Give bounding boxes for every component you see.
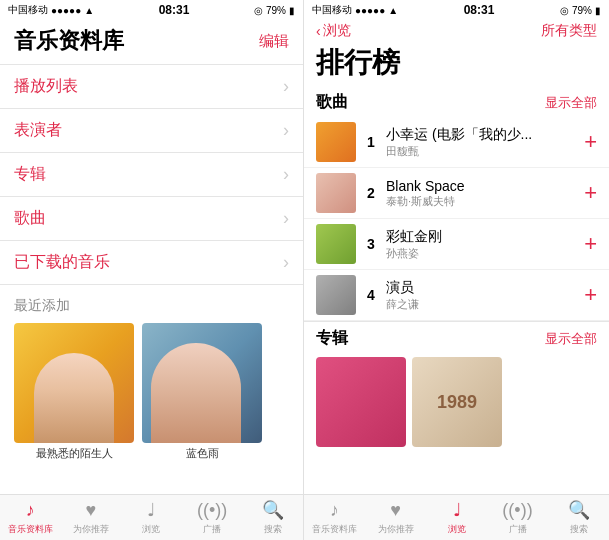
right-location-icon: ◎ — [560, 5, 569, 16]
right-tab-browse-label: 浏览 — [448, 523, 466, 536]
right-tab-browse[interactable]: ♩ 浏览 — [426, 495, 487, 540]
album-item-1[interactable]: 最熟悉的陌生人 — [14, 323, 134, 461]
left-tab-recommended-label: 为你推荐 — [73, 523, 109, 536]
left-header: 音乐资料库 编辑 — [0, 20, 303, 64]
song-list: 1 小幸运 (电影「我的少... 田馥甄 + 2 Blank Space 泰勒·… — [304, 117, 609, 321]
song-item-2[interactable]: 2 Blank Space 泰勒·斯威夫特 + — [304, 168, 609, 219]
menu-item-artist[interactable]: 表演者 — [0, 109, 303, 153]
song-art-1 — [316, 122, 356, 162]
left-tab-bar: ♪ 音乐资料库 ♥ 为你推荐 ♩ 浏览 ((•)) 广播 🔍 搜索 — [0, 494, 303, 540]
right-status-right: ◎ 79% ▮ — [560, 5, 601, 16]
songs-section-header: 歌曲 显示全部 — [304, 88, 609, 117]
left-status-bar: 中国移动 ●●●●● ▲ 08:31 ◎ 79% ▮ — [0, 0, 303, 20]
left-tab-search[interactable]: 🔍 搜索 — [242, 495, 303, 540]
right-tab-radio-label: 广播 — [509, 523, 527, 536]
song-num-2: 2 — [364, 185, 378, 201]
album-art-blue — [142, 323, 262, 443]
left-tab-radio[interactable]: ((•)) 广播 — [182, 495, 243, 540]
song-item-1[interactable]: 1 小幸运 (电影「我的少... 田馥甄 + — [304, 117, 609, 168]
song-artist-1: 田馥甄 — [386, 144, 576, 159]
left-tab-radio-label: 广播 — [203, 523, 221, 536]
left-tab-search-label: 搜索 — [264, 523, 282, 536]
browse-icon: ♩ — [147, 499, 155, 521]
song-info-1: 小幸运 (电影「我的少... 田馥甄 — [386, 126, 576, 159]
right-search-icon: 🔍 — [568, 499, 590, 521]
add-button-3[interactable]: + — [584, 231, 597, 257]
album-small-1[interactable] — [316, 357, 406, 447]
right-tab-library-label: 音乐资料库 — [312, 523, 357, 536]
song-item-4[interactable]: 4 演员 薛之谦 + — [304, 270, 609, 321]
album-face-2 — [151, 343, 241, 443]
song-art-4 — [316, 275, 356, 315]
song-thumb-4 — [316, 275, 356, 315]
right-tab-recommended-label: 为你推荐 — [378, 523, 414, 536]
right-tab-radio[interactable]: ((•)) 广播 — [487, 495, 548, 540]
song-thumb-3 — [316, 224, 356, 264]
album-art-yellow — [14, 323, 134, 443]
left-tab-library-label: 音乐资料库 — [8, 523, 53, 536]
back-button[interactable]: ‹ 浏览 — [316, 22, 351, 40]
right-battery-icon: ▮ — [595, 5, 601, 16]
right-title: 排行榜 — [304, 44, 609, 88]
song-info-3: 彩虹金刚 孙燕姿 — [386, 228, 576, 261]
recently-added-section: 最近添加 最熟悉的陌生人 蓝色雨 — [0, 285, 303, 465]
song-name-4: 演员 — [386, 279, 576, 297]
radio-icon: ((•)) — [197, 500, 227, 521]
album-face-1 — [34, 353, 114, 443]
left-location-icon: ◎ — [254, 5, 263, 16]
song-art-2 — [316, 173, 356, 213]
menu-item-playlist[interactable]: 播放列表 — [0, 65, 303, 109]
left-carrier: 中国移动 — [8, 3, 48, 17]
right-tab-search-label: 搜索 — [570, 523, 588, 536]
left-menu: 播放列表 表演者 专辑 歌曲 已下载的音乐 — [0, 64, 303, 285]
album-item-2[interactable]: 蓝色雨 — [142, 323, 262, 461]
add-button-4[interactable]: + — [584, 282, 597, 308]
edit-button[interactable]: 编辑 — [259, 32, 289, 51]
right-panel: 中国移动 ●●●●● ▲ 08:31 ◎ 79% ▮ ‹ 浏览 所有类型 排行榜… — [304, 0, 609, 540]
album-label-1: 最熟悉的陌生人 — [14, 446, 134, 461]
albums-show-all[interactable]: 显示全部 — [545, 330, 597, 348]
right-status-left: 中国移动 ●●●●● ▲ — [312, 3, 398, 17]
album-label-2: 蓝色雨 — [142, 446, 262, 461]
songs-show-all[interactable]: 显示全部 — [545, 94, 597, 112]
left-tab-browse[interactable]: ♩ 浏览 — [121, 495, 182, 540]
right-carrier: 中国移动 — [312, 3, 352, 17]
recently-added-title: 最近添加 — [14, 297, 289, 315]
right-tab-search[interactable]: 🔍 搜索 — [548, 495, 609, 540]
right-battery-pct: 79% — [572, 5, 592, 16]
right-tab-library[interactable]: ♪ 音乐资料库 — [304, 495, 365, 540]
add-button-2[interactable]: + — [584, 180, 597, 206]
all-types-button[interactable]: 所有类型 — [541, 22, 597, 40]
left-tab-recommended[interactable]: ♥ 为你推荐 — [61, 495, 122, 540]
left-battery-pct: 79% — [266, 5, 286, 16]
song-item-3[interactable]: 3 彩虹金刚 孙燕姿 + — [304, 219, 609, 270]
song-info-4: 演员 薛之谦 — [386, 279, 576, 312]
song-name-2: Blank Space — [386, 178, 576, 194]
left-tab-library[interactable]: ♪ 音乐资料库 — [0, 495, 61, 540]
album-small-2[interactable]: 1989 — [412, 357, 502, 447]
song-name-1: 小幸运 (电影「我的少... — [386, 126, 576, 144]
left-signal: ●●●●● — [51, 5, 81, 16]
add-button-1[interactable]: + — [584, 129, 597, 155]
album-art-redgirl — [316, 357, 406, 447]
album-thumbnails: 1989 — [304, 353, 609, 451]
left-wifi-icon: ▲ — [84, 5, 94, 16]
right-tab-bar: ♪ 音乐资料库 ♥ 为你推荐 ♩ 浏览 ((•)) 广播 🔍 搜索 — [304, 494, 609, 540]
song-num-3: 3 — [364, 236, 378, 252]
left-panel: 中国移动 ●●●●● ▲ 08:31 ◎ 79% ▮ 音乐资料库 编辑 播放列表… — [0, 0, 304, 540]
song-artist-3: 孙燕姿 — [386, 246, 576, 261]
song-num-4: 4 — [364, 287, 378, 303]
library-icon: ♪ — [26, 500, 35, 521]
menu-item-downloaded[interactable]: 已下载的音乐 — [0, 241, 303, 285]
left-status-left: 中国移动 ●●●●● ▲ — [8, 3, 94, 17]
song-info-2: Blank Space 泰勒·斯威夫特 — [386, 178, 576, 209]
left-time: 08:31 — [159, 3, 190, 17]
song-thumb-2 — [316, 173, 356, 213]
menu-item-album[interactable]: 专辑 — [0, 153, 303, 197]
albums-section-title: 专辑 — [316, 328, 348, 349]
song-thumb-1 — [316, 122, 356, 162]
right-tab-recommended[interactable]: ♥ 为你推荐 — [365, 495, 426, 540]
song-art-3 — [316, 224, 356, 264]
heart-icon: ♥ — [86, 500, 97, 521]
menu-item-songs[interactable]: 歌曲 — [0, 197, 303, 241]
